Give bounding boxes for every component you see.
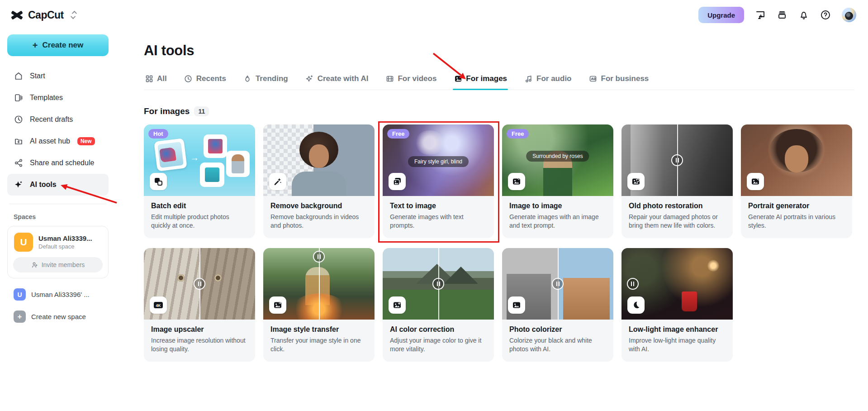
old-photo-restoration-thumbnail: [621, 124, 733, 196]
sidebar-item-label: AI asset hub: [30, 137, 70, 145]
tool-description: Improve low-light image quality with AI.: [629, 336, 726, 354]
tab-label: All: [157, 74, 167, 83]
templates-icon: [14, 93, 24, 103]
workspace-switcher-icon[interactable]: [72, 11, 76, 19]
arrow-icon: →: [190, 153, 199, 163]
image-to-image-thumbnail: Free Surrounded by roses: [502, 124, 613, 196]
help-icon[interactable]: [820, 10, 831, 20]
tool-title: AI color correction: [390, 325, 487, 334]
image-style-transfer-thumbnail: [263, 248, 375, 320]
compare-handle[interactable]: [627, 278, 639, 290]
portrait-generator-thumbnail: [741, 124, 852, 196]
upscale-4k-icon: 4K: [150, 296, 167, 314]
tool-description: Colorize your black and white photos wit…: [509, 336, 606, 354]
tab-recents[interactable]: Recents: [183, 71, 227, 90]
tab-for-images[interactable]: For images: [453, 71, 508, 90]
tool-card-ai-color-correction[interactable]: AI color correction Adjust your image co…: [383, 248, 494, 362]
image-icon: [454, 75, 462, 83]
remove-background-thumbnail: [263, 124, 375, 196]
tool-card-batch-edit[interactable]: → Hot Batch edit Edit multiple product p…: [144, 124, 255, 238]
tool-title: Image style transfer: [270, 325, 367, 334]
tool-card-text-to-image[interactable]: Free Fairy style girl, blind Text to ima…: [383, 124, 494, 238]
section-count-badge: 11: [194, 106, 209, 116]
sidebar-item-start[interactable]: Start: [7, 65, 109, 87]
tool-description: Increase image resolution without losing…: [151, 336, 248, 354]
sidebar-item-ai-asset-hub[interactable]: AI asset hub New: [7, 130, 109, 152]
tool-card-photo-colorizer[interactable]: Photo colorizer Colorize your black and …: [502, 248, 613, 362]
primary-space-card[interactable]: U Usman Ali3339... Default space Invite …: [7, 226, 109, 278]
compare-handle[interactable]: [552, 278, 564, 290]
workspace-stack-icon[interactable]: [777, 10, 787, 20]
top-header: CapCut Upgrade: [0, 0, 868, 30]
invite-members-label: Invite members: [42, 261, 85, 268]
compare-handle[interactable]: [194, 278, 205, 290]
tool-card-image-to-image[interactable]: Free Surrounded by roses Image to image …: [502, 124, 613, 238]
compare-handle[interactable]: [432, 278, 444, 290]
sidebar-nav: Start Templates Recent drafts AI asset h…: [7, 65, 109, 196]
screen-mirror-icon[interactable]: [755, 10, 766, 20]
compare-handle[interactable]: [671, 154, 683, 166]
tab-for-audio[interactable]: For audio: [523, 71, 572, 90]
image-colorize-icon: [508, 296, 525, 314]
tab-label: Trending: [256, 74, 288, 83]
section-title: For images: [144, 106, 190, 116]
free-badge: Free: [507, 129, 529, 139]
tab-label: Recents: [196, 74, 226, 83]
svg-text:4K: 4K: [156, 303, 161, 308]
main-content: AI tools All Recents Trending Create wit…: [116, 30, 868, 411]
low-light-image-enhancer-thumbnail: [621, 248, 733, 320]
notifications-bell-icon[interactable]: [798, 10, 809, 20]
sidebar-divider: [9, 204, 107, 204]
tool-card-portrait-generator[interactable]: Portrait generator Generate AI portraits…: [741, 124, 852, 238]
tool-card-remove-background[interactable]: Remove background Remove backgrounds in …: [263, 124, 375, 238]
tool-card-image-style-transfer[interactable]: Image style transfer Transfer your image…: [263, 248, 375, 362]
clock-icon: [14, 115, 24, 124]
compare-handle[interactable]: [313, 251, 325, 263]
image-generate-icon: [389, 173, 406, 190]
sidebar-item-label: Start: [30, 72, 45, 80]
upgrade-button[interactable]: Upgrade: [698, 7, 744, 23]
folder-star-icon: [14, 136, 24, 146]
image-sparkle-icon: [508, 173, 525, 190]
tool-description: Generate images with an image and text p…: [509, 213, 606, 230]
ai-color-correction-thumbnail: [383, 248, 494, 320]
tool-title: Image upscaler: [151, 325, 248, 334]
tab-all[interactable]: All: [144, 71, 168, 90]
sidebar-item-templates[interactable]: Templates: [7, 87, 109, 109]
tool-title: Low-light image enhancer: [629, 325, 726, 334]
tool-title: Old photo restoration: [629, 202, 726, 210]
capcut-brand[interactable]: CapCut: [10, 9, 76, 21]
invite-members-button[interactable]: Invite members: [13, 257, 103, 272]
tab-label: For images: [466, 74, 507, 83]
style-transfer-icon: [269, 296, 286, 314]
tab-create-with-ai[interactable]: Create with AI: [304, 71, 370, 90]
tool-category-tabs: All Recents Trending Create with AI For …: [144, 71, 854, 90]
tab-for-business[interactable]: For business: [588, 71, 650, 90]
create-new-space-label: Create new space: [31, 313, 86, 320]
tool-title: Image to image: [509, 202, 606, 210]
create-new-space-item[interactable]: + Create new space: [14, 311, 109, 323]
tool-description: Generate AI portraits in various styles.: [748, 213, 845, 230]
tab-trending[interactable]: Trending: [242, 71, 289, 90]
sidebar-item-share-and-schedule[interactable]: Share and schedule: [7, 152, 109, 174]
tool-card-low-light-image-enhancer[interactable]: Low-light image enhancer Improve low-lig…: [621, 248, 733, 362]
primary-space-avatar: U: [14, 233, 33, 252]
create-new-button[interactable]: + Create new: [7, 34, 109, 56]
grid-icon: [145, 75, 153, 83]
tab-for-videos[interactable]: For videos: [384, 71, 437, 90]
tool-card-old-photo-restoration[interactable]: Old photo restoration Repair your damage…: [621, 124, 733, 238]
tool-description: Edit multiple product photos quickly at …: [151, 213, 248, 230]
sidebar-item-ai-tools[interactable]: AI tools: [7, 174, 109, 196]
magic-wand-icon: [269, 173, 286, 190]
tool-title: Portrait generator: [748, 202, 845, 210]
image-restore-icon: [627, 173, 645, 190]
tool-title: Remove background: [270, 202, 367, 210]
tool-title: Batch edit: [151, 202, 248, 210]
share-icon: [14, 158, 24, 168]
sidebar-item-recent-drafts[interactable]: Recent drafts: [7, 109, 109, 130]
new-badge: New: [77, 137, 95, 145]
user-avatar[interactable]: [842, 8, 856, 22]
secondary-space-item[interactable]: U Usman Ali33396' ...: [14, 288, 109, 301]
video-icon: [385, 75, 394, 83]
tool-card-image-upscaler[interactable]: 4K Image upscaler Increase image resolut…: [144, 248, 255, 362]
